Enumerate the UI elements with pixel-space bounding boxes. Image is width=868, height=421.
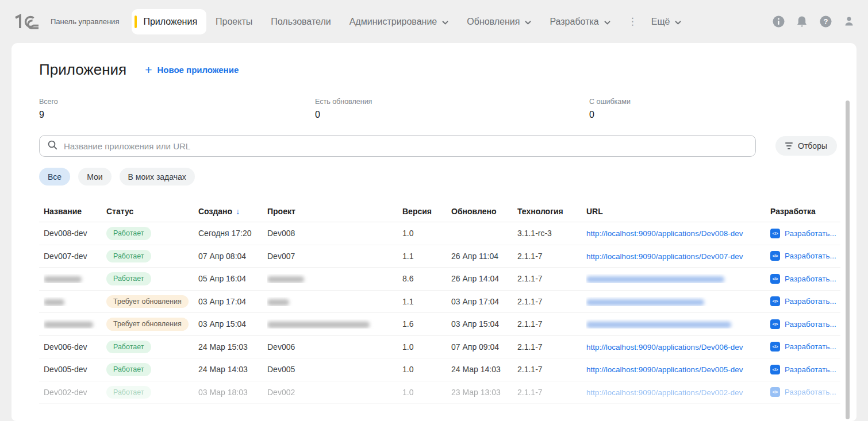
application-url-link[interactable]: http://localhost:9090/applications/Dev00… xyxy=(586,343,743,352)
cell-name xyxy=(44,297,106,306)
column-header-version[interactable]: Версия xyxy=(402,207,451,216)
column-header-url[interactable]: URL xyxy=(586,207,770,216)
stat-value: 9 xyxy=(39,110,315,120)
cell-url xyxy=(586,297,770,306)
table-row[interactable]: Работает05 Апр 16:048.626 Апр 14:042.1.1… xyxy=(39,268,840,291)
cell-updated: 26 Апр 14:04 xyxy=(451,274,517,283)
develop-link[interactable]: Разработать... xyxy=(785,229,836,238)
develop-link[interactable]: Разработать... xyxy=(785,297,836,306)
1c-logo-icon xyxy=(13,13,39,31)
applications-table: Название Статус Создано↓ Проект Версия О… xyxy=(28,201,840,404)
search-input[interactable] xyxy=(64,141,747,151)
cell-version: 1.0 xyxy=(402,229,451,238)
new-application-button[interactable]: + Новое приложение xyxy=(145,64,239,76)
cell-url: http://localhost:9090/applications/Dev00… xyxy=(586,252,770,261)
column-header-technology[interactable]: Технология xyxy=(517,207,586,216)
stat-total: Всего 9 xyxy=(39,98,315,120)
vertical-scrollbar[interactable] xyxy=(846,101,850,419)
cell-status: Работает xyxy=(106,341,198,354)
redacted-text xyxy=(586,322,731,328)
cell-updated: 07 Апр 09:04 xyxy=(451,342,517,352)
table-row[interactable]: Требует обновления03 Апр 17:041.103 Апр … xyxy=(39,291,840,314)
top-navbar: Панель управления Приложения Проекты Пол… xyxy=(0,0,868,43)
stat-value: 0 xyxy=(589,110,840,120)
bell-icon[interactable] xyxy=(796,16,808,28)
cell-status: Работает xyxy=(106,250,198,263)
cell-url: http://localhost:9090/applications/Dev00… xyxy=(586,229,770,238)
tab-label: Ещё xyxy=(651,17,670,27)
redacted-text xyxy=(44,299,64,306)
user-icon[interactable] xyxy=(843,16,855,28)
cell-url: http://localhost:9090/applications/Dev00… xyxy=(586,388,770,397)
redacted-text xyxy=(267,322,370,328)
tab-label: Пользователи xyxy=(271,17,331,27)
column-header-project[interactable]: Проект xyxy=(267,207,402,216)
develop-link[interactable]: Разработать... xyxy=(785,388,836,396)
info-icon[interactable] xyxy=(772,16,785,28)
cell-project xyxy=(267,274,402,283)
table-row[interactable]: Dev006-devРаботает24 Мар 15:03Dev0061.00… xyxy=(39,336,840,359)
stats-row: Всего 9 Есть обновления 0 С ошибками 0 xyxy=(28,98,840,120)
redacted-text xyxy=(44,276,82,283)
chip-all[interactable]: Все xyxy=(39,168,70,186)
cell-name xyxy=(44,274,106,283)
status-badge: Работает xyxy=(106,272,151,285)
table-row[interactable]: Dev007-devРаботает07 Апр 08:04Dev0071.12… xyxy=(39,245,840,268)
chip-label: Мои xyxy=(87,172,102,181)
tab-projects[interactable]: Проекты xyxy=(206,9,262,34)
tab-development[interactable]: Разработка xyxy=(540,9,619,34)
chip-mine[interactable]: Мои xyxy=(78,168,111,186)
cell-version: 1.6 xyxy=(402,319,451,329)
cell-created: Сегодня 17:20 xyxy=(198,229,267,238)
develop-link[interactable]: Разработать... xyxy=(785,320,836,329)
table-row[interactable]: Dev005-devРаботает24 Мар 14:03Dev0051.02… xyxy=(39,358,840,381)
filters-button[interactable]: Отборы xyxy=(775,136,837,156)
column-header-development[interactable]: Разработка xyxy=(770,207,840,216)
column-header-name[interactable]: Название xyxy=(44,207,106,216)
cell-project xyxy=(267,297,402,306)
table-row[interactable]: Требует обновления03 Апр 15:041.603 Апр … xyxy=(39,313,840,336)
chevron-down-icon xyxy=(525,17,531,27)
develop-link[interactable]: Разработать... xyxy=(785,342,836,351)
application-url-link[interactable]: http://localhost:9090/applications/Dev00… xyxy=(586,229,743,238)
column-header-updated[interactable]: Обновлено xyxy=(451,207,517,216)
status-badge: Работает xyxy=(106,250,151,263)
search-box xyxy=(39,135,756,157)
product-name: Панель управления xyxy=(51,17,119,26)
status-badge: Работает xyxy=(106,341,151,354)
cell-status: Работает xyxy=(106,386,198,399)
cell-project: Dev008 xyxy=(267,229,402,238)
cell-technology: 3.1.1-rc-3 xyxy=(517,229,586,238)
column-header-status[interactable]: Статус xyxy=(106,207,198,216)
sort-desc-icon: ↓ xyxy=(236,207,240,216)
application-url-link[interactable]: http://localhost:9090/applications/Dev00… xyxy=(586,388,743,397)
nav-tabs: Приложения Проекты Пользователи Админист… xyxy=(132,9,690,34)
develop-link[interactable]: Разработать... xyxy=(785,275,836,283)
cell-name: Dev006-dev xyxy=(44,342,106,352)
help-icon[interactable]: ? xyxy=(819,16,832,28)
tab-updates[interactable]: Обновления xyxy=(458,9,540,34)
tab-label: Приложения xyxy=(143,17,197,27)
column-header-created[interactable]: Создано↓ xyxy=(198,207,267,216)
tab-label: Обновления xyxy=(467,17,520,27)
cell-created: 24 Мар 14:03 xyxy=(198,365,267,374)
develop-link[interactable]: Разработать... xyxy=(785,252,836,260)
tab-administration[interactable]: Администрирование xyxy=(340,9,458,34)
table-row[interactable]: Dev002-devРаботает03 Мар 18:03Dev0021.02… xyxy=(39,381,840,404)
main-panel: Приложения + Новое приложение Всего 9 Ес… xyxy=(11,43,857,421)
chip-label: В моих задачах xyxy=(128,172,186,181)
tab-more[interactable]: Ещё xyxy=(642,9,691,34)
develop-link[interactable]: Разработать... xyxy=(785,365,836,374)
active-tab-accent xyxy=(135,16,137,28)
tab-applications[interactable]: Приложения xyxy=(132,9,206,34)
chip-label: Все xyxy=(48,172,62,181)
tab-users[interactable]: Пользователи xyxy=(262,9,340,34)
code-icon: </> xyxy=(770,365,780,374)
redacted-text xyxy=(586,276,724,283)
application-url-link[interactable]: http://localhost:9090/applications/Dev00… xyxy=(586,365,743,374)
table-row[interactable]: Dev008-devРаботаетСегодня 17:20Dev0081.0… xyxy=(39,222,840,245)
chip-in-my-tasks[interactable]: В моих задачах xyxy=(120,168,195,186)
cell-version: 8.6 xyxy=(402,274,451,283)
tab-label: Проекты xyxy=(216,17,252,27)
application-url-link[interactable]: http://localhost:9090/applications/Dev00… xyxy=(586,252,743,261)
